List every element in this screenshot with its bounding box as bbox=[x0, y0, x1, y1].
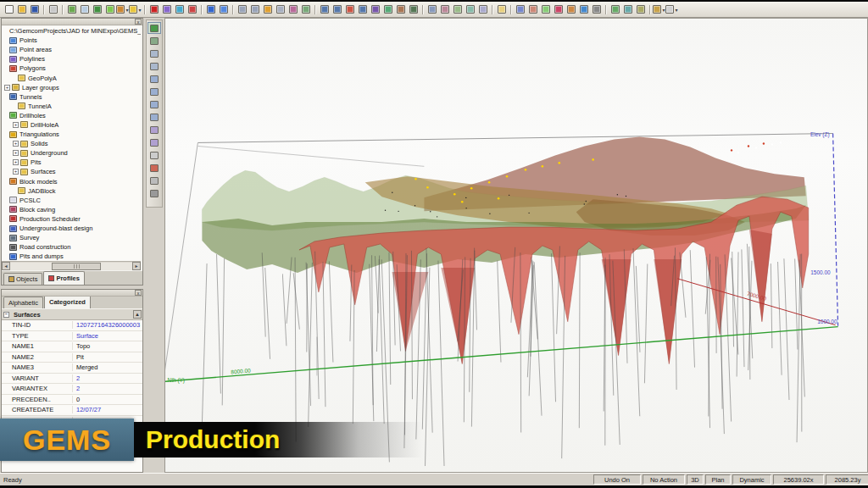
line-split[interactable] bbox=[369, 3, 381, 16]
new[interactable] bbox=[3, 3, 15, 16]
view-front[interactable] bbox=[236, 3, 248, 16]
tree-item-polygons[interactable]: Polygons bbox=[2, 64, 141, 73]
tree-item-survey[interactable]: Survey bbox=[2, 233, 141, 242]
tree-item-pcslc[interactable]: PCSLC bbox=[2, 196, 141, 205]
interp-a[interactable] bbox=[609, 3, 621, 16]
open[interactable] bbox=[15, 3, 28, 16]
scroll-thumb[interactable] bbox=[52, 263, 101, 270]
status-a[interactable] bbox=[426, 3, 438, 16]
property-value[interactable]: 2 bbox=[73, 385, 142, 392]
tree-item-production-scheduler[interactable]: Production Scheduler bbox=[2, 214, 141, 224]
triangle-edit[interactable] bbox=[394, 3, 407, 16]
ghost[interactable] bbox=[476, 3, 489, 16]
cut[interactable] bbox=[147, 3, 160, 16]
scroll-right-icon[interactable]: ▸ bbox=[132, 262, 141, 270]
tree-item-geopolya[interactable]: GeoPolyA bbox=[2, 73, 141, 82]
point-edit[interactable] bbox=[318, 3, 331, 16]
tree-item-tunnels[interactable]: Tunnels bbox=[2, 92, 141, 102]
annotate-d[interactable] bbox=[590, 3, 603, 16]
scene-3d[interactable]: Elev (Z) 1500.00 1000.00 7000.00 8000.00… bbox=[165, 19, 867, 472]
pan-left[interactable] bbox=[147, 73, 161, 85]
undo[interactable] bbox=[204, 3, 217, 16]
tree-root[interactable]: C:\GemcomProjects\JAD for MINExpo\GEMS_J… bbox=[2, 26, 141, 36]
refresh-view[interactable] bbox=[147, 162, 161, 174]
tree-item-block-models[interactable]: Block models bbox=[2, 177, 141, 186]
tree-item-road-construction[interactable]: Road construction bbox=[2, 242, 141, 252]
property-row[interactable]: VARIANTEX 2 bbox=[2, 384, 142, 395]
tree-expander-icon[interactable]: + bbox=[4, 85, 10, 91]
tab-categorized[interactable]: Categorized bbox=[44, 295, 91, 308]
copy[interactable] bbox=[173, 3, 186, 16]
tree-item-jadblock[interactable]: JADBlock bbox=[2, 186, 141, 196]
paste[interactable] bbox=[186, 3, 198, 16]
view-grid[interactable] bbox=[147, 35, 161, 47]
tab-objects[interactable]: Objects bbox=[3, 273, 42, 285]
profile-c[interactable] bbox=[539, 3, 552, 16]
property-row[interactable]: TIN-ID 120727164326000003 bbox=[2, 320, 142, 331]
status-b[interactable] bbox=[438, 3, 451, 16]
property-value[interactable]: 0 bbox=[73, 396, 142, 403]
help[interactable] bbox=[665, 3, 678, 16]
viewport-3d[interactable]: Elev (Z) 1500.00 1000.00 7000.00 8000.00… bbox=[164, 18, 868, 473]
tree-item-tunnela[interactable]: TunnelA bbox=[2, 102, 141, 111]
tab-alphabetic[interactable]: Alphabetic bbox=[3, 297, 43, 308]
tree-expander-icon[interactable]: + bbox=[13, 150, 19, 156]
property-value[interactable]: 12/07/27 bbox=[73, 406, 142, 413]
profile-a[interactable] bbox=[514, 3, 526, 16]
save[interactable] bbox=[28, 3, 41, 16]
select-area[interactable] bbox=[261, 3, 274, 16]
tree-item-points[interactable]: Points bbox=[2, 36, 141, 45]
property-row[interactable]: NAME3 Merged bbox=[2, 363, 142, 374]
save-all[interactable] bbox=[47, 3, 59, 16]
tree-item-pits[interactable]: + Pits bbox=[2, 158, 141, 167]
tree-item-point-areas[interactable]: Point areas bbox=[2, 45, 141, 54]
tree-item-layer-groups[interactable]: + Layer groups bbox=[2, 83, 141, 92]
tree-item-underground[interactable]: + Underground bbox=[2, 148, 141, 158]
property-value[interactable]: 120727164326000003 bbox=[73, 321, 142, 329]
view-top[interactable] bbox=[248, 3, 261, 16]
tree-item-polylines[interactable]: Polylines bbox=[2, 54, 141, 64]
line-join[interactable] bbox=[381, 3, 394, 16]
rotate[interactable] bbox=[160, 3, 173, 16]
property-value[interactable]: Surface bbox=[73, 332, 142, 340]
tree-item-underground-blast-design[interactable]: Underground-blast design bbox=[2, 224, 141, 233]
property-category-row[interactable]: − Surfaces ▲ bbox=[2, 309, 142, 320]
tree-horizontal-scrollbar[interactable]: ◂ ▸ bbox=[2, 261, 141, 270]
scroll-left-icon[interactable]: ◂ bbox=[2, 262, 10, 270]
tree-expander-icon[interactable]: + bbox=[13, 159, 19, 165]
category-collapse-icon[interactable]: − bbox=[3, 312, 9, 318]
camera-settings[interactable] bbox=[147, 187, 161, 199]
property-row[interactable]: PRECEDEN.. 0 bbox=[2, 395, 142, 406]
tree-expander-icon[interactable]: + bbox=[13, 122, 19, 128]
property-row[interactable]: VARIANT 2 bbox=[2, 374, 142, 385]
pan-down[interactable] bbox=[147, 111, 161, 123]
snapshot[interactable] bbox=[147, 175, 161, 186]
clip-a[interactable] bbox=[451, 3, 464, 16]
display-options[interactable] bbox=[91, 3, 103, 16]
view-plane[interactable] bbox=[147, 22, 161, 34]
tree-item-triangulations[interactable]: Triangulations bbox=[2, 130, 141, 139]
property-row[interactable]: NAME1 Topo bbox=[2, 341, 142, 352]
report[interactable] bbox=[653, 3, 665, 16]
pan-up[interactable] bbox=[147, 98, 161, 110]
rotate-view[interactable] bbox=[147, 124, 161, 136]
box-select[interactable] bbox=[495, 3, 508, 16]
zoom-out[interactable] bbox=[147, 60, 161, 72]
point-delete[interactable] bbox=[343, 3, 356, 16]
close-icon[interactable]: x bbox=[135, 290, 142, 296]
close-icon[interactable]: x bbox=[135, 19, 142, 25]
property-value[interactable]: Topo bbox=[73, 342, 142, 350]
property-value[interactable]: Pit bbox=[73, 353, 142, 361]
line-edit[interactable] bbox=[356, 3, 369, 16]
property-row[interactable]: NAME2 Pit bbox=[2, 352, 142, 363]
profile-b[interactable] bbox=[526, 3, 539, 16]
property-row[interactable]: TYPE Surface bbox=[2, 331, 142, 342]
tree-item-block-caving[interactable]: Block caving bbox=[2, 205, 141, 214]
selection-filter[interactable] bbox=[78, 3, 91, 16]
interp-c[interactable] bbox=[634, 3, 647, 16]
interp-b[interactable] bbox=[621, 3, 634, 16]
tree-item-pits-and-dumps[interactable]: Pits and dumps bbox=[2, 252, 141, 261]
annotate-b[interactable] bbox=[565, 3, 577, 16]
tree-item-drillholes[interactable]: Drillholes bbox=[2, 111, 141, 120]
tree-item-solids[interactable]: + Solids bbox=[2, 139, 141, 148]
